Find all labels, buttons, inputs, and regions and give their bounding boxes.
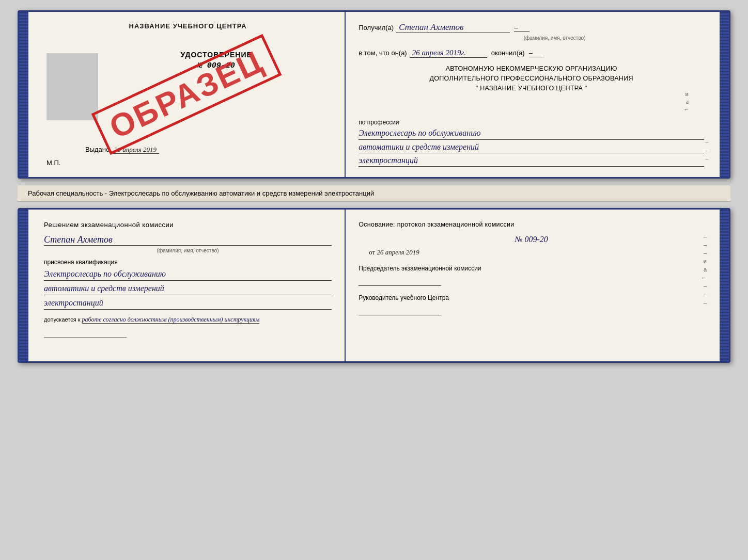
in-that-date: 26 апреля 2019г. xyxy=(410,49,487,58)
in-that-label: в том, что он(а) xyxy=(359,49,407,57)
top-right-page: Получил(а) Степан Ахметов – (фамилия, им… xyxy=(346,12,720,177)
issued-date: 26 апреля 2019 xyxy=(112,146,159,154)
allow-label: допускается к xyxy=(44,316,81,323)
separator-text: Рабочая специальность - Электрослесарь п… xyxy=(28,189,374,197)
org-line2: ДОПОЛНИТЕЛЬНОГО ПРОФЕССИОНАЛЬНОГО ОБРАЗО… xyxy=(359,74,704,84)
side-note-3: ← xyxy=(359,106,690,114)
bottom-fio-subtext: (фамилия, имя, отчество) xyxy=(44,248,332,253)
bottom-name: Степан Ахметов xyxy=(44,234,332,246)
head-label: Руководитель учебного Центра xyxy=(359,294,704,302)
top-document-book: НАЗВАНИЕ УЧЕБНОГО ЦЕНТРА УДОСТОВЕРЕНИЕ №… xyxy=(18,10,730,179)
head-sig-line xyxy=(359,305,441,315)
received-name: Степан Ахметов xyxy=(396,22,510,33)
chairman-sig-line xyxy=(359,276,441,286)
issued-label: Выдано xyxy=(85,146,110,153)
side-note-2: а xyxy=(359,98,689,106)
cert-main: УДОСТОВЕРЕНИЕ № 009-20 xyxy=(101,51,332,70)
profession-line1: Электрослесарь по обслуживанию xyxy=(359,127,704,139)
cert-header: НАЗВАНИЕ УЧЕБНОГО ЦЕНТРА xyxy=(44,22,332,30)
left-bottom-sig-line xyxy=(44,328,127,338)
finished-label: окончил(а) xyxy=(491,49,525,57)
profession-line2: автоматики и средств измерений xyxy=(359,141,704,153)
right-side-marks-bottom: – – – xyxy=(706,139,709,162)
received-label: Получил(а) xyxy=(359,24,394,31)
chairman-label: Председатель экзаменационной комиссии xyxy=(359,264,704,273)
received-fio-subtext: (фамилия, имя, отчество) xyxy=(405,35,704,41)
protocol-date: от 26 апреля 2019 xyxy=(369,248,704,257)
basis-label: Основание: протокол экзаменационной коми… xyxy=(359,220,704,230)
profession-label: по профессии xyxy=(359,119,704,126)
mp-label: М.П. xyxy=(46,159,60,167)
bottom-right-page: Основание: протокол экзаменационной коми… xyxy=(346,210,720,361)
protocol-number: № 009-20 xyxy=(359,235,704,244)
in-that-line: в том, что он(а) 26 апреля 2019г. окончи… xyxy=(359,49,704,58)
profession-line3: электростанций xyxy=(359,155,704,167)
org-line1: АВТОНОМНУЮ НЕКОММЕРЧЕСКУЮ ОРГАНИЗАЦИЮ xyxy=(359,64,704,74)
qual-line2: автоматики и средств измерений xyxy=(44,282,332,295)
top-left-page: НАЗВАНИЕ УЧЕБНОГО ЦЕНТРА УДОСТОВЕРЕНИЕ №… xyxy=(28,12,346,177)
protocol-date-value: 26 апреля 2019 xyxy=(377,248,419,256)
separator-area: Рабочая специальность - Электрослесарь п… xyxy=(18,185,730,202)
right-side-marks-bottom2: – – – и а ← – – – xyxy=(701,233,707,306)
cert-title: УДОСТОВЕРЕНИЕ xyxy=(101,51,332,59)
assigned-label: присвоена квалификация xyxy=(44,259,332,266)
cert-number: № 009-20 xyxy=(101,61,332,70)
received-line: Получил(а) Степан Ахметов – xyxy=(359,22,704,33)
decision-label: Решением экзаменационной комиссии xyxy=(44,220,332,230)
cert-photo-placeholder xyxy=(46,53,98,120)
allow-handwritten: работе согласно должностным (производств… xyxy=(82,316,260,324)
bottom-document-book: Решением экзаменационной комиссии Степан… xyxy=(18,208,730,363)
qual-line1: Электрослесарь по обслуживанию xyxy=(44,268,332,281)
bottom-left-page: Решением экзаменационной комиссии Степан… xyxy=(28,210,346,361)
qual-line3: электростанций xyxy=(44,297,332,310)
org-text: АВТОНОМНУЮ НЕКОММЕРЧЕСКУЮ ОРГАНИЗАЦИЮ ДО… xyxy=(359,64,704,93)
allow-line: допускается к работе согласно должностны… xyxy=(44,316,332,324)
cert-issued-line: Выдано 26 апреля 2019 xyxy=(85,146,159,154)
